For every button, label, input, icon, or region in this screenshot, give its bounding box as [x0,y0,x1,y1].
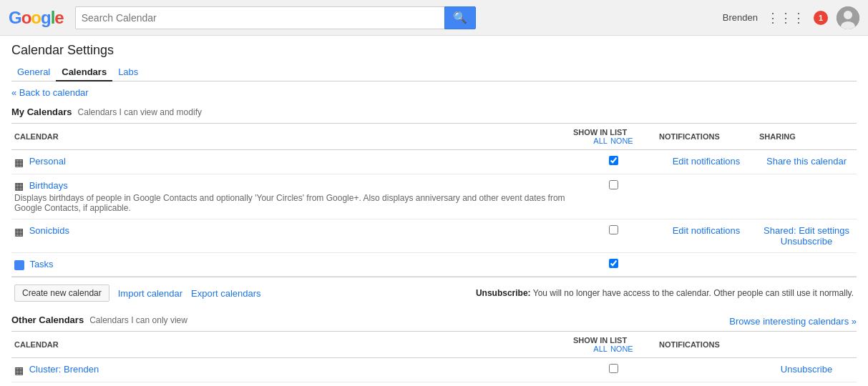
search-button[interactable]: 🔍 [444,6,476,29]
show-in-list-checkbox-tasks[interactable] [609,259,618,268]
other-calendars-title: Other Calendars [11,315,84,325]
apps-icon[interactable]: ⋮⋮⋮ [766,10,805,26]
calendar-icon: ▦ [14,226,24,237]
calendar-name-cell: ▦ Sonicbids [11,219,570,253]
calendar-link-personal[interactable]: Personal [29,156,66,167]
calendar-name-cell: ▦ Birthdays Displays birthdays of people… [11,174,570,219]
calendar-desc-birthdays: Displays birthdays of people in Google C… [14,193,567,213]
sharing-cell-sonicbids: Shared: Edit settings Unsubscribe [756,219,857,253]
col-header-show-in-list-other: SHOW IN LIST all none [570,332,656,358]
show-in-list-checkbox-sonicbids[interactable] [609,225,618,234]
col-header-sharing: SHARING [756,124,857,150]
sharing-cell-personal: Share this calendar [756,150,857,174]
google-logo: Google [9,8,64,28]
other-calendars-desc: Calendars I can only view [89,315,187,325]
show-in-list-cell-other [570,358,656,382]
avatar[interactable] [837,6,859,29]
calendar-icon: ▦ [14,365,24,376]
my-calendars-header: My Calendars Calendars I can view and mo… [11,107,857,117]
show-in-list-checkbox-birthdays[interactable] [609,180,618,189]
my-calendars-table: CALENDAR SHOW IN LIST all none NOTIFICAT… [11,123,857,277]
show-in-list-links: all none [573,137,653,145]
show-none-link-other[interactable]: none [610,345,633,353]
calendar-name-cell: ▦ Cluster: Brenden [11,358,570,382]
back-link-top[interactable]: « Back to calendar [11,87,89,98]
header-right: Brenden ⋮⋮⋮ 1 [723,6,859,29]
tab-calendars[interactable]: Calendars [56,64,112,81]
calendar-name-cell: ▦ Personal [11,150,570,174]
show-all-link-other[interactable]: all [593,345,608,353]
calendar-link-cluster-brenden[interactable]: Cluster: Brenden [29,364,99,375]
browse-interesting-calendars-link[interactable]: Browse interesting calendars » [729,316,857,327]
show-in-list-cell [570,150,656,174]
tabs: General Calendars Labs [11,64,857,81]
notifications-cell-tasks [656,253,756,277]
show-in-list-cell [570,253,656,277]
unsubscribe-note: Unsubscribe: You will no longer have acc… [476,288,854,298]
export-calendars-link[interactable]: Export calendars [191,288,261,299]
shared-edit-settings-link[interactable]: Shared: Edit settings [759,225,854,236]
table-row: ▦ Birthdays Displays birthdays of people… [11,174,857,219]
svg-point-1 [844,11,852,19]
table-row: ▦ Personal Edit notifications Share this… [11,150,857,174]
col-header-unsubscribe-other [756,332,857,358]
col-header-calendar: CALENDAR [11,124,570,150]
main-content: Calendar Settings General Calendars Labs… [0,36,868,386]
col-header-notifications: NOTIFICATIONS [656,124,756,150]
action-left: Create new calendar Import calendar Expo… [14,284,261,302]
page-title: Calendar Settings [11,43,857,58]
show-none-link[interactable]: none [610,137,633,145]
calendar-name-cell: Tasks [11,253,570,277]
other-calendars-header: Other Calendars Calendars I can only vie… [11,315,187,325]
create-new-calendar-button[interactable]: Create new calendar [14,284,109,302]
notifications-cell-personal: Edit notifications [656,150,756,174]
table-row: ▦ Cluster: Brenden Unsubscribe [11,358,857,382]
calendar-link-sonicbids[interactable]: Sonicbids [29,225,69,236]
show-all-link[interactable]: all [593,137,608,145]
show-in-list-checkbox-cluster[interactable] [609,364,618,373]
unsubscribe-link-cluster[interactable]: Unsubscribe [781,364,832,375]
calendar-link-tasks[interactable]: Tasks [29,259,53,269]
my-calendars-desc: Calendars I can view and modify [78,107,202,117]
show-in-list-cell [570,174,656,219]
tab-labs[interactable]: Labs [112,64,144,81]
calendar-icon: ▦ [14,157,24,168]
col-header-notifications-other: NOTIFICATIONS [656,332,756,358]
calendar-link-birthdays[interactable]: Birthdays [29,180,68,191]
show-in-list-links-other: all none [573,345,653,353]
search-bar: 🔍 [75,6,476,29]
browse-link-row: Browse interesting calendars » [729,316,857,327]
other-calendars-section: Other Calendars Calendars I can only vie… [11,315,857,382]
sharing-cell-tasks [756,253,857,277]
user-name: Brenden [723,12,758,23]
col-header-show-in-list: SHOW IN LIST all none [570,124,656,150]
notification-badge[interactable]: 1 [814,11,828,25]
share-calendar-link-personal[interactable]: Share this calendar [766,156,847,167]
notifications-cell-birthdays [656,174,756,219]
unsubscribe-cell-cluster: Unsubscribe [756,358,857,382]
search-input[interactable] [75,6,444,29]
notifications-cell-sonicbids: Edit notifications [656,219,756,253]
tab-general[interactable]: General [11,64,56,81]
edit-notifications-link-personal[interactable]: Edit notifications [673,156,741,167]
search-icon: 🔍 [453,11,467,24]
sharing-cell-birthdays [756,174,857,219]
avatar-image [837,6,859,29]
table-row: Tasks [11,253,857,277]
other-calendars-table: CALENDAR SHOW IN LIST all none NOTIFICAT… [11,331,857,382]
col-header-calendar-other: CALENDAR [11,332,570,358]
header: Google 🔍 Brenden ⋮⋮⋮ 1 [0,0,868,36]
tasks-icon [14,260,24,270]
edit-notifications-link-sonicbids[interactable]: Edit notifications [673,225,741,236]
calendar-icon: ▦ [14,180,24,192]
show-in-list-checkbox-personal[interactable] [609,156,618,165]
notifications-cell-cluster [656,358,756,382]
show-in-list-cell [570,219,656,253]
import-calendar-link[interactable]: Import calendar [118,288,182,299]
my-calendars-title: My Calendars [11,107,72,117]
action-row: Create new calendar Import calendar Expo… [11,277,857,309]
table-row: ▦ Sonicbids Edit notifications Shared: E… [11,219,857,253]
unsubscribe-link-sonicbids[interactable]: Unsubscribe [781,236,832,247]
